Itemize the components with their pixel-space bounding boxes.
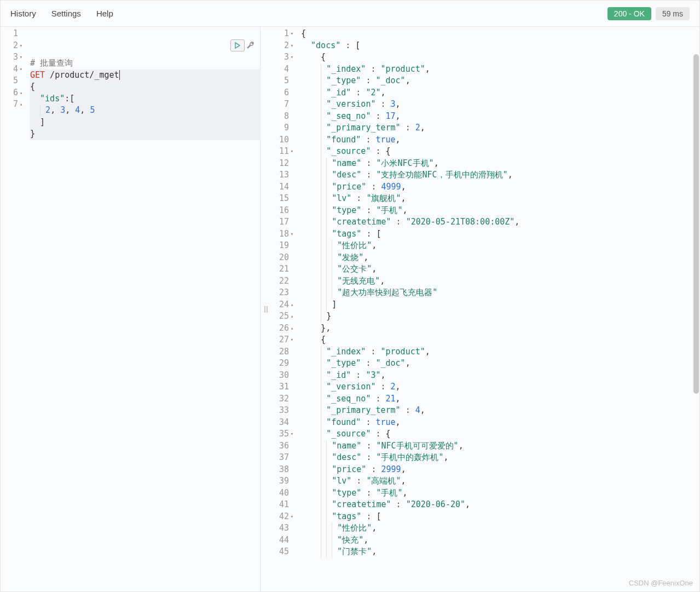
- main: 1234567 # 批量查询GET /product/_mget{ "ids":…: [1, 27, 699, 591]
- run-controls: [230, 39, 257, 51]
- latency-badge: 59 ms: [656, 7, 690, 20]
- response-scrollbar[interactable]: [693, 27, 699, 591]
- response-pane: 1234567891011121314151617181920212223242…: [271, 27, 699, 591]
- menu-history[interactable]: History: [10, 9, 36, 18]
- play-icon: [234, 42, 241, 49]
- response-gutter: 1234567891011121314151617181920212223242…: [271, 27, 293, 591]
- topbar: History Settings Help 200 - OK 59 ms: [1, 1, 699, 27]
- pane-splitter[interactable]: [261, 27, 271, 591]
- splitter-icon: [264, 305, 268, 314]
- watermark: CSDN @FeenixOne: [629, 579, 693, 587]
- request-gutter: 1234567: [1, 27, 22, 591]
- menu-settings[interactable]: Settings: [51, 9, 81, 18]
- run-button[interactable]: [230, 39, 245, 51]
- status-area: 200 - OK 59 ms: [608, 7, 690, 20]
- request-editor[interactable]: # 批量查询GET /product/_mget{ "ids":[ 2, 3, …: [22, 27, 260, 591]
- app-root: History Settings Help 200 - OK 59 ms 123…: [0, 0, 700, 592]
- status-badge: 200 - OK: [608, 7, 651, 20]
- wrench-icon: [246, 41, 255, 50]
- menu-help[interactable]: Help: [96, 9, 113, 18]
- request-pane: 1234567 # 批量查询GET /product/_mget{ "ids":…: [1, 27, 261, 591]
- scrollbar-thumb[interactable]: [693, 54, 699, 394]
- menu: History Settings Help: [10, 9, 113, 18]
- response-viewer[interactable]: { "docs" : [ { "_index" : "product", "_t…: [293, 27, 699, 591]
- wrench-button[interactable]: [245, 39, 257, 51]
